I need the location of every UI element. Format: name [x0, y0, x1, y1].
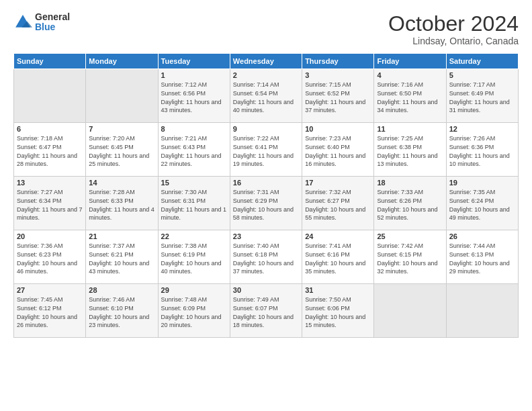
calendar-cell: 16 Sunrise: 7:31 AMSunset: 6:29 PMDaylig…	[230, 177, 302, 230]
calendar-week-5: 27 Sunrise: 7:45 AMSunset: 6:12 PMDaylig…	[14, 284, 519, 338]
cell-sunrise: Sunrise: 7:49 AMSunset: 6:07 PMDaylight:…	[233, 296, 294, 328]
calendar-cell: 26 Sunrise: 7:44 AMSunset: 6:13 PMDaylig…	[446, 230, 518, 284]
col-friday: Friday	[374, 54, 446, 69]
page: General Blue October 2024 Lindsay, Ontar…	[0, 0, 532, 411]
cell-sunrise: Sunrise: 7:46 AMSunset: 6:10 PMDaylight:…	[89, 296, 149, 328]
calendar-cell: 11 Sunrise: 7:25 AMSunset: 6:38 PMDaylig…	[374, 123, 446, 177]
col-monday: Monday	[86, 54, 158, 69]
day-number: 3	[305, 71, 371, 79]
calendar-cell: 14 Sunrise: 7:28 AMSunset: 6:33 PMDaylig…	[86, 177, 158, 230]
logo: General Blue	[13, 12, 70, 33]
calendar-cell: 27 Sunrise: 7:45 AMSunset: 6:12 PMDaylig…	[14, 284, 86, 338]
day-number: 19	[449, 179, 515, 187]
cell-sunrise: Sunrise: 7:21 AMSunset: 6:43 PMDaylight:…	[161, 135, 222, 167]
day-number: 11	[377, 125, 443, 133]
day-number: 30	[233, 286, 299, 294]
day-number: 4	[377, 71, 443, 79]
calendar-cell: 19 Sunrise: 7:35 AMSunset: 6:24 PMDaylig…	[446, 177, 518, 230]
calendar-cell: 9 Sunrise: 7:22 AMSunset: 6:41 PMDayligh…	[230, 123, 302, 177]
calendar-cell: 21 Sunrise: 7:37 AMSunset: 6:21 PMDaylig…	[86, 230, 158, 284]
calendar-cell: 15 Sunrise: 7:30 AMSunset: 6:31 PMDaylig…	[158, 177, 230, 230]
cell-sunrise: Sunrise: 7:42 AMSunset: 6:15 PMDaylight:…	[377, 242, 437, 275]
calendar-cell: 31 Sunrise: 7:50 AMSunset: 6:06 PMDaylig…	[302, 284, 374, 338]
cell-sunrise: Sunrise: 7:28 AMSunset: 6:33 PMDaylight:…	[89, 189, 154, 221]
cell-sunrise: Sunrise: 7:25 AMSunset: 6:38 PMDaylight:…	[377, 135, 437, 167]
calendar-cell: 23 Sunrise: 7:40 AMSunset: 6:18 PMDaylig…	[230, 230, 302, 284]
day-number: 28	[89, 286, 154, 294]
col-thursday: Thursday	[302, 54, 374, 69]
day-number: 18	[377, 179, 443, 187]
day-number: 25	[377, 232, 443, 240]
cell-sunrise: Sunrise: 7:12 AMSunset: 6:56 PMDaylight:…	[161, 81, 222, 113]
calendar-cell: 20 Sunrise: 7:36 AMSunset: 6:23 PMDaylig…	[14, 230, 86, 284]
calendar-cell: 22 Sunrise: 7:38 AMSunset: 6:19 PMDaylig…	[158, 230, 230, 284]
cell-sunrise: Sunrise: 7:15 AMSunset: 6:52 PMDaylight:…	[305, 81, 365, 113]
calendar-cell: 13 Sunrise: 7:27 AMSunset: 6:34 PMDaylig…	[14, 177, 86, 230]
day-number: 23	[233, 232, 299, 240]
calendar-cell: 2 Sunrise: 7:14 AMSunset: 6:54 PMDayligh…	[230, 69, 302, 123]
location: Lindsay, Ontario, Canada	[388, 36, 519, 46]
calendar-week-1: 1 Sunrise: 7:12 AMSunset: 6:56 PMDayligh…	[14, 69, 519, 123]
day-number: 15	[161, 179, 227, 187]
header: General Blue October 2024 Lindsay, Ontar…	[13, 12, 519, 46]
cell-sunrise: Sunrise: 7:20 AMSunset: 6:45 PMDaylight:…	[89, 135, 149, 167]
cell-sunrise: Sunrise: 7:41 AMSunset: 6:16 PMDaylight:…	[305, 242, 365, 275]
cell-sunrise: Sunrise: 7:22 AMSunset: 6:41 PMDaylight:…	[233, 135, 294, 167]
cell-sunrise: Sunrise: 7:50 AMSunset: 6:06 PMDaylight:…	[305, 296, 365, 328]
calendar-cell: 12 Sunrise: 7:26 AMSunset: 6:36 PMDaylig…	[446, 123, 518, 177]
calendar-cell: 25 Sunrise: 7:42 AMSunset: 6:15 PMDaylig…	[374, 230, 446, 284]
cell-sunrise: Sunrise: 7:14 AMSunset: 6:54 PMDaylight:…	[233, 81, 294, 113]
calendar-cell: 4 Sunrise: 7:16 AMSunset: 6:50 PMDayligh…	[374, 69, 446, 123]
cell-sunrise: Sunrise: 7:27 AMSunset: 6:34 PMDaylight:…	[17, 189, 83, 221]
calendar-cell: 30 Sunrise: 7:49 AMSunset: 6:07 PMDaylig…	[230, 284, 302, 338]
logo-icon	[13, 13, 32, 32]
day-number: 24	[305, 232, 371, 240]
day-number: 2	[233, 71, 299, 79]
calendar-cell	[86, 69, 158, 123]
col-saturday: Saturday	[446, 54, 518, 69]
day-number: 13	[17, 179, 83, 187]
cell-sunrise: Sunrise: 7:44 AMSunset: 6:13 PMDaylight:…	[449, 242, 510, 275]
calendar-cell: 29 Sunrise: 7:48 AMSunset: 6:09 PMDaylig…	[158, 284, 230, 338]
cell-sunrise: Sunrise: 7:45 AMSunset: 6:12 PMDaylight:…	[17, 296, 77, 328]
cell-sunrise: Sunrise: 7:18 AMSunset: 6:47 PMDaylight:…	[17, 135, 77, 167]
cell-sunrise: Sunrise: 7:30 AMSunset: 6:31 PMDaylight:…	[161, 189, 227, 221]
calendar-cell	[14, 69, 86, 123]
cell-sunrise: Sunrise: 7:33 AMSunset: 6:26 PMDaylight:…	[377, 189, 437, 221]
cell-sunrise: Sunrise: 7:16 AMSunset: 6:50 PMDaylight:…	[377, 81, 437, 113]
calendar-cell: 10 Sunrise: 7:23 AMSunset: 6:40 PMDaylig…	[302, 123, 374, 177]
calendar-cell: 5 Sunrise: 7:17 AMSunset: 6:49 PMDayligh…	[446, 69, 518, 123]
calendar-cell: 6 Sunrise: 7:18 AMSunset: 6:47 PMDayligh…	[14, 123, 86, 177]
day-number: 22	[161, 232, 227, 240]
day-number: 26	[449, 232, 515, 240]
day-number: 17	[305, 179, 371, 187]
col-wednesday: Wednesday	[230, 54, 302, 69]
calendar-cell: 1 Sunrise: 7:12 AMSunset: 6:56 PMDayligh…	[158, 69, 230, 123]
logo-text: General Blue	[35, 12, 70, 33]
calendar-cell: 18 Sunrise: 7:33 AMSunset: 6:26 PMDaylig…	[374, 177, 446, 230]
calendar-table: Sunday Monday Tuesday Wednesday Thursday…	[13, 53, 519, 338]
day-number: 14	[89, 179, 154, 187]
day-number: 12	[449, 125, 515, 133]
calendar-cell	[374, 284, 446, 338]
day-number: 27	[17, 286, 83, 294]
calendar-week-3: 13 Sunrise: 7:27 AMSunset: 6:34 PMDaylig…	[14, 177, 519, 230]
day-number: 16	[233, 179, 299, 187]
day-number: 1	[161, 71, 227, 79]
calendar-cell	[446, 284, 518, 338]
cell-sunrise: Sunrise: 7:40 AMSunset: 6:18 PMDaylight:…	[233, 242, 294, 275]
calendar-week-4: 20 Sunrise: 7:36 AMSunset: 6:23 PMDaylig…	[14, 230, 519, 284]
cell-sunrise: Sunrise: 7:23 AMSunset: 6:40 PMDaylight:…	[305, 135, 365, 167]
cell-sunrise: Sunrise: 7:26 AMSunset: 6:36 PMDaylight:…	[449, 135, 510, 167]
day-number: 5	[449, 71, 515, 79]
col-tuesday: Tuesday	[158, 54, 230, 69]
calendar-cell: 28 Sunrise: 7:46 AMSunset: 6:10 PMDaylig…	[86, 284, 158, 338]
cell-sunrise: Sunrise: 7:37 AMSunset: 6:21 PMDaylight:…	[89, 242, 149, 275]
day-number: 6	[17, 125, 83, 133]
header-row: Sunday Monday Tuesday Wednesday Thursday…	[14, 54, 519, 69]
cell-sunrise: Sunrise: 7:48 AMSunset: 6:09 PMDaylight:…	[161, 296, 222, 328]
calendar-cell: 24 Sunrise: 7:41 AMSunset: 6:16 PMDaylig…	[302, 230, 374, 284]
day-number: 21	[89, 232, 154, 240]
title-block: October 2024 Lindsay, Ontario, Canada	[388, 12, 519, 46]
day-number: 31	[305, 286, 371, 294]
